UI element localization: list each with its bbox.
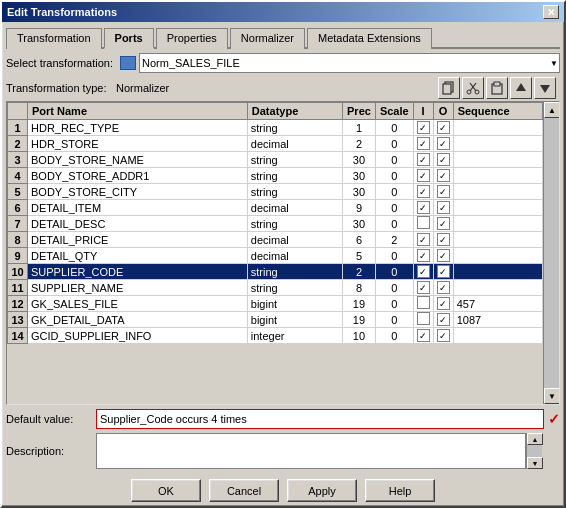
table-row[interactable]: 10SUPPLIER_CODEstring20	[8, 264, 543, 280]
output-checkbox-cell[interactable]	[433, 168, 453, 184]
datatype-cell[interactable]: string	[247, 280, 342, 296]
datatype-cell[interactable]: decimal	[247, 136, 342, 152]
port-name-cell[interactable]: BODY_STORE_ADDR1	[28, 168, 248, 184]
sequence-cell[interactable]	[453, 248, 542, 264]
scale-cell[interactable]: 0	[375, 328, 413, 344]
scale-cell[interactable]: 0	[375, 296, 413, 312]
output-checkbox-cell[interactable]	[433, 152, 453, 168]
table-row[interactable]: 2HDR_STOREdecimal20	[8, 136, 543, 152]
scale-cell[interactable]: 0	[375, 264, 413, 280]
prec-cell[interactable]: 8	[343, 280, 376, 296]
output-checkbox-cell[interactable]	[433, 264, 453, 280]
help-button[interactable]: Help	[365, 479, 435, 502]
output-checkbox-cell[interactable]	[433, 136, 453, 152]
desc-scrollbar[interactable]: ▲ ▼	[526, 433, 542, 469]
input-checkbox-cell[interactable]	[413, 168, 433, 184]
port-name-cell[interactable]: HDR_STORE	[28, 136, 248, 152]
output-checkbox-cell[interactable]	[433, 312, 453, 328]
sequence-cell[interactable]	[453, 216, 542, 232]
prec-cell[interactable]: 30	[343, 216, 376, 232]
cut-button[interactable]	[462, 77, 484, 99]
table-row[interactable]: 6DETAIL_ITEMdecimal90	[8, 200, 543, 216]
prec-cell[interactable]: 10	[343, 328, 376, 344]
sequence-cell[interactable]: 1087	[453, 312, 542, 328]
move-up-button[interactable]	[510, 77, 532, 99]
port-name-cell[interactable]: DETAIL_DESC	[28, 216, 248, 232]
transformation-select[interactable]: Norm_SALES_FILE	[139, 53, 560, 73]
tab-properties[interactable]: Properties	[156, 28, 228, 49]
sequence-cell[interactable]	[453, 232, 542, 248]
move-down-button[interactable]	[534, 77, 556, 99]
sequence-cell[interactable]	[453, 152, 542, 168]
sequence-cell[interactable]	[453, 280, 542, 296]
datatype-cell[interactable]: decimal	[247, 248, 342, 264]
port-name-cell[interactable]: SUPPLIER_CODE	[28, 264, 248, 280]
tab-metadata-extensions[interactable]: Metadata Extensions	[307, 28, 432, 49]
table-row[interactable]: 9DETAIL_QTYdecimal50	[8, 248, 543, 264]
port-name-cell[interactable]: GCID_SUPPLIER_INFO	[28, 328, 248, 344]
prec-cell[interactable]: 30	[343, 168, 376, 184]
table-row[interactable]: 13GK_DETAIL_DATAbigint1901087	[8, 312, 543, 328]
desc-scroll-down[interactable]: ▼	[527, 457, 543, 469]
tab-normalizer[interactable]: Normalizer	[230, 28, 305, 49]
output-checkbox-cell[interactable]	[433, 200, 453, 216]
table-row[interactable]: 11SUPPLIER_NAMEstring80	[8, 280, 543, 296]
datatype-cell[interactable]: string	[247, 152, 342, 168]
table-row[interactable]: 7DETAIL_DESCstring300	[8, 216, 543, 232]
output-checkbox-cell[interactable]	[433, 216, 453, 232]
description-input[interactable]	[96, 433, 526, 469]
input-checkbox-cell[interactable]	[413, 216, 433, 232]
table-row[interactable]: 4BODY_STORE_ADDR1string300	[8, 168, 543, 184]
output-checkbox-cell[interactable]	[433, 248, 453, 264]
table-row[interactable]: 5BODY_STORE_CITYstring300	[8, 184, 543, 200]
copy-button[interactable]	[438, 77, 460, 99]
prec-cell[interactable]: 9	[343, 200, 376, 216]
table-row[interactable]: 3BODY_STORE_NAMEstring300	[8, 152, 543, 168]
input-checkbox-cell[interactable]	[413, 296, 433, 312]
datatype-cell[interactable]: string	[247, 264, 342, 280]
prec-cell[interactable]: 5	[343, 248, 376, 264]
output-checkbox-cell[interactable]	[433, 184, 453, 200]
sequence-cell[interactable]	[453, 328, 542, 344]
prec-cell[interactable]: 30	[343, 152, 376, 168]
port-name-cell[interactable]: HDR_REC_TYPE	[28, 120, 248, 136]
sequence-cell[interactable]	[453, 200, 542, 216]
paste-button[interactable]	[486, 77, 508, 99]
sequence-cell[interactable]	[453, 136, 542, 152]
port-name-cell[interactable]: BODY_STORE_NAME	[28, 152, 248, 168]
cancel-button[interactable]: Cancel	[209, 479, 279, 502]
tab-transformation[interactable]: Transformation	[6, 28, 102, 49]
input-checkbox-cell[interactable]	[413, 264, 433, 280]
port-name-cell[interactable]: DETAIL_PRICE	[28, 232, 248, 248]
desc-scroll-up[interactable]: ▲	[527, 433, 543, 445]
port-name-cell[interactable]: SUPPLIER_NAME	[28, 280, 248, 296]
output-checkbox-cell[interactable]	[433, 296, 453, 312]
port-name-cell[interactable]: GK_SALES_FILE	[28, 296, 248, 312]
scale-cell[interactable]: 2	[375, 232, 413, 248]
input-checkbox-cell[interactable]	[413, 152, 433, 168]
prec-cell[interactable]: 19	[343, 312, 376, 328]
port-name-cell[interactable]: GK_DETAIL_DATA	[28, 312, 248, 328]
input-checkbox-cell[interactable]	[413, 312, 433, 328]
datatype-cell[interactable]: string	[247, 216, 342, 232]
input-checkbox-cell[interactable]	[413, 232, 433, 248]
apply-button[interactable]: Apply	[287, 479, 357, 502]
datatype-cell[interactable]: decimal	[247, 232, 342, 248]
sequence-cell[interactable]	[453, 184, 542, 200]
input-checkbox-cell[interactable]	[413, 248, 433, 264]
scale-cell[interactable]: 0	[375, 280, 413, 296]
table-row[interactable]: 1HDR_REC_TYPEstring10	[8, 120, 543, 136]
scale-cell[interactable]: 0	[375, 152, 413, 168]
close-button[interactable]: ✕	[543, 5, 559, 19]
port-name-cell[interactable]: DETAIL_ITEM	[28, 200, 248, 216]
prec-cell[interactable]: 19	[343, 296, 376, 312]
datatype-cell[interactable]: bigint	[247, 312, 342, 328]
output-checkbox-cell[interactable]	[433, 120, 453, 136]
datatype-cell[interactable]: decimal	[247, 200, 342, 216]
transformation-select-wrapper[interactable]: Norm_SALES_FILE	[139, 53, 560, 73]
table-row[interactable]: 14GCID_SUPPLIER_INFOinteger100	[8, 328, 543, 344]
sequence-cell[interactable]	[453, 120, 542, 136]
datatype-cell[interactable]: string	[247, 120, 342, 136]
datatype-cell[interactable]: string	[247, 168, 342, 184]
scale-cell[interactable]: 0	[375, 216, 413, 232]
